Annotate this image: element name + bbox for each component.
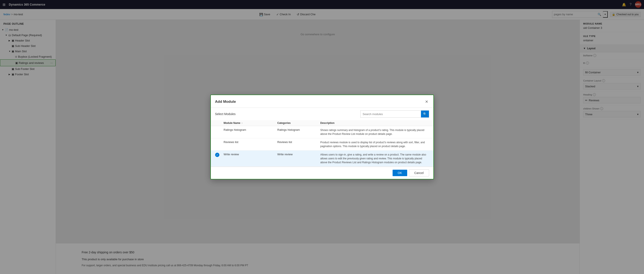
col-check [215, 122, 224, 125]
table-header: Module Name ↑ Categories Description [211, 120, 434, 126]
module-name-3: Write review [224, 153, 278, 156]
table-row[interactable]: Ratings histogram Ratings histogram Show… [211, 126, 434, 138]
row-check-3: ✓ [215, 153, 224, 157]
table-row[interactable]: ✓ Write review Write review Allows users… [211, 151, 434, 167]
search-modules-input[interactable] [360, 111, 421, 117]
sort-icon: ↑ [242, 122, 242, 124]
add-module-modal: Add Module ✕ Select Modules 🔍 Module Nam… [210, 95, 434, 179]
col-module-name: Module Name ↑ [224, 122, 278, 125]
module-desc-1: Shows ratings summary and histogram of a… [320, 128, 429, 136]
modal-header: Add Module ✕ [211, 95, 434, 108]
table-row[interactable]: Reviews list Reviews list Product review… [211, 138, 434, 151]
module-desc-3: Allows users to sign-in, give a rating, … [320, 153, 429, 164]
selected-check-icon: ✓ [215, 153, 220, 157]
modal-overlay: Add Module ✕ Select Modules 🔍 Module Nam… [0, 0, 644, 274]
modal-footer: OK Cancel [211, 167, 434, 179]
module-name-2: Reviews list [224, 140, 278, 144]
search-modules-button[interactable]: 🔍 [421, 111, 429, 117]
modal-top-bar: Select Modules 🔍 [211, 108, 434, 120]
modal-close-button[interactable]: ✕ [424, 99, 429, 105]
search-modules-container: 🔍 [360, 110, 429, 118]
ok-button[interactable]: OK [392, 170, 407, 176]
modules-table: Module Name ↑ Categories Description Rat… [211, 120, 434, 167]
modal-body: Select Modules 🔍 Module Name ↑ Categorie… [211, 108, 434, 167]
col-description: Description [320, 122, 429, 125]
module-category-1: Ratings histogram [278, 128, 320, 131]
module-category-3: Write review [278, 153, 320, 156]
select-modules-label: Select Modules [215, 112, 236, 116]
modal-title: Add Module [215, 100, 236, 104]
col-categories: Categories [278, 122, 320, 125]
cancel-button[interactable]: Cancel [409, 169, 429, 176]
module-desc-2: Product reviews module is used to displa… [320, 140, 429, 148]
module-category-2: Reviews list [278, 140, 320, 144]
module-name-1: Ratings histogram [224, 128, 278, 131]
